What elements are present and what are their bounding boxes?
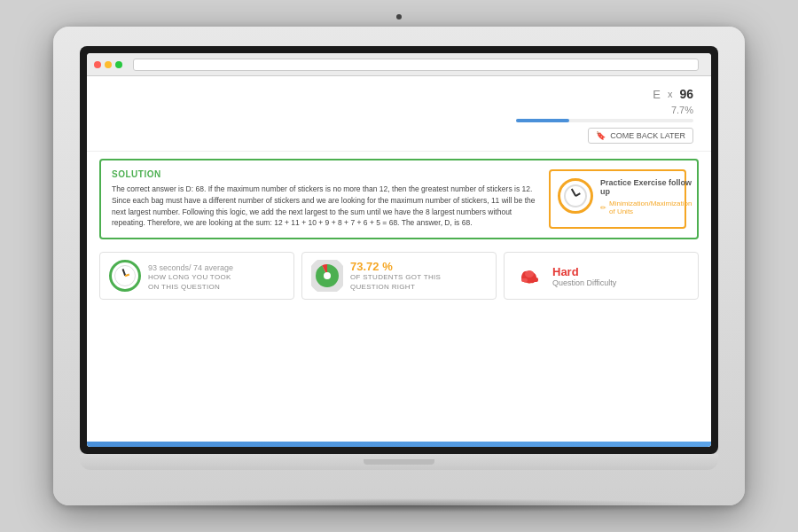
time-stat-card: 93 seconds/ 74 average HOW LONG YOU TOOK… (99, 252, 294, 300)
answer-value: 96 (679, 87, 693, 101)
difficulty-stat-text: Hard Question Difficulty (552, 265, 616, 287)
close-button-icon[interactable] (94, 61, 101, 68)
minimize-button-icon[interactable] (105, 61, 112, 68)
students-value: 73.72 % (350, 260, 441, 273)
pencil-icon: ✏ (600, 204, 606, 212)
students-sub-label: OF STUDENTS GOT THISQUESTION RIGHT (350, 273, 441, 292)
progress-bar (516, 119, 693, 122)
practice-info: Practice Exercise follow up ✏ Minimizati… (600, 178, 692, 215)
solution-container: SOLUTION The correct answer is D: 68. If… (99, 159, 699, 239)
time-clock-icon (109, 260, 141, 292)
solution-title: SOLUTION (112, 169, 538, 179)
practice-title: Practice Exercise follow up (600, 178, 692, 196)
muscle-svg (515, 262, 544, 290)
svg-point-5 (525, 270, 534, 278)
difficulty-stat-card: Hard Question Difficulty (504, 252, 699, 300)
clock-hour-hand (575, 192, 581, 196)
time-value: 93 seconds/ 74 average (148, 260, 233, 273)
traffic-lights (94, 61, 122, 68)
pie-chart-icon (311, 260, 343, 292)
bookmark-icon: 🔖 (596, 131, 606, 140)
time-hour-hand (125, 274, 129, 277)
practice-subtitle-text: Minimization/Maximization of Units (609, 200, 692, 215)
answer-row: E x 96 (653, 87, 693, 101)
screen-bezel: E x 96 7.7% 🔖 COME BACK LATER (80, 46, 718, 454)
time-sub-label: HOW LONG YOU TOOKON THIS QUESTION (148, 273, 233, 292)
difficulty-sub-label: Question Difficulty (552, 278, 616, 287)
come-back-later-button[interactable]: 🔖 COME BACK LATER (588, 128, 693, 144)
laptop-shell: E x 96 7.7% 🔖 COME BACK LATER (53, 27, 745, 505)
clock-face (564, 184, 587, 207)
svg-rect-7 (521, 278, 528, 282)
maximize-button-icon[interactable] (115, 61, 122, 68)
time-clock-inner (114, 265, 136, 286)
answer-letter: E (653, 88, 661, 101)
laptop-notch (364, 459, 434, 465)
address-bar[interactable] (133, 59, 699, 71)
stats-row: 93 seconds/ 74 average HOW LONG YOU TOOK… (99, 252, 699, 300)
content-area: E x 96 7.7% 🔖 COME BACK LATER (87, 76, 711, 447)
answer-percent: 7.7% (671, 105, 693, 115)
answer-section: E x 96 7.7% 🔖 COME BACK LATER (87, 76, 711, 152)
pie-svg (311, 260, 343, 292)
laptop-shadow (89, 498, 709, 512)
practice-subtitle: ✏ Minimization/Maximization of Units (600, 200, 692, 215)
svg-point-3 (324, 272, 331, 279)
practice-clock-icon (558, 178, 593, 214)
bottom-progress-bar (87, 442, 711, 447)
solution-text-area: SOLUTION The correct answer is D: 68. If… (112, 169, 538, 229)
time-stat-text: 93 seconds/ 74 average HOW LONG YOU TOOK… (148, 260, 233, 292)
solution-body: The correct answer is D: 68. If the maxi… (112, 184, 538, 229)
answer-x-label: x (668, 89, 673, 99)
come-back-label: COME BACK LATER (610, 131, 685, 140)
svg-rect-6 (532, 278, 538, 282)
muscle-icon (513, 260, 545, 292)
practice-card[interactable]: Practice Exercise follow up ✏ Minimizati… (549, 169, 686, 229)
laptop-base (80, 454, 718, 470)
students-stat-card: 73.72 % OF STUDENTS GOT THISQUESTION RIG… (301, 252, 497, 300)
students-stat-text: 73.72 % OF STUDENTS GOT THISQUESTION RIG… (350, 260, 441, 292)
laptop-screen: E x 96 7.7% 🔖 COME BACK LATER (87, 53, 711, 447)
difficulty-value: Hard (552, 265, 616, 278)
browser-chrome (87, 53, 711, 76)
camera-dot (396, 14, 402, 20)
progress-bar-fill (516, 119, 569, 122)
